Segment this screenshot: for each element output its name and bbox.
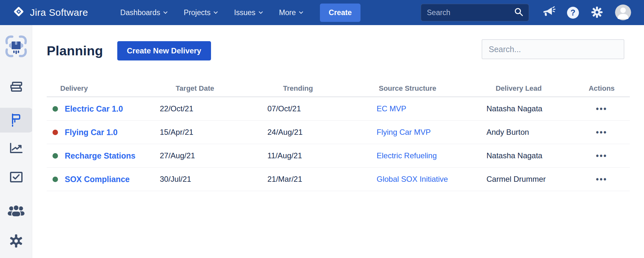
delivery-link[interactable]: Flying Car 1.0 bbox=[65, 128, 118, 137]
deliveries-table: Delivery Target Date Trending Source Str… bbox=[47, 80, 630, 191]
chevron-down-icon bbox=[299, 10, 303, 14]
menu-label: More bbox=[279, 8, 296, 17]
create-button[interactable]: Create bbox=[320, 4, 360, 22]
person-icon bbox=[615, 5, 631, 21]
delivery-lead-cell: Natasha Nagata bbox=[464, 151, 573, 160]
sidebar-item-tasks[interactable] bbox=[0, 170, 32, 185]
search-icon bbox=[514, 7, 524, 18]
delivery-link[interactable]: Electric Car 1.0 bbox=[65, 104, 123, 114]
announcements-button[interactable] bbox=[542, 6, 555, 20]
checkbox-icon bbox=[8, 170, 24, 185]
delivery-cell: Recharge Stations bbox=[47, 151, 145, 161]
table-row: Flying Car 1.0 15/Apr/21 24/Aug/21 Flyin… bbox=[47, 121, 630, 144]
trending-cell: 24/Aug/21 bbox=[245, 128, 351, 137]
menu-dashboards[interactable]: Dashboards bbox=[120, 8, 167, 17]
column-header-target-date: Target Date bbox=[145, 84, 245, 93]
target-date-cell: 30/Jul/21 bbox=[145, 175, 245, 184]
column-header-delivery: Delivery bbox=[47, 84, 145, 93]
delivery-link[interactable]: Recharge Stations bbox=[65, 151, 136, 161]
jira-brand[interactable]: Jira Software bbox=[12, 5, 88, 20]
sidebar-item-delivery-app[interactable] bbox=[0, 33, 32, 60]
settings-button[interactable] bbox=[591, 6, 603, 20]
navbar-icons: ? bbox=[542, 5, 631, 21]
delivery-cell: Flying Car 1.0 bbox=[47, 128, 145, 137]
delivery-lead-cell: Andy Burton bbox=[464, 128, 573, 137]
status-dot bbox=[53, 106, 58, 112]
menu-projects[interactable]: Projects bbox=[184, 8, 217, 17]
table-row: Recharge Stations 27/Aug/21 11/Aug/21 El… bbox=[47, 144, 630, 168]
top-navbar: Jira Software Dashboards Projects Issues… bbox=[0, 0, 644, 25]
sidebar-item-reports[interactable] bbox=[0, 140, 32, 156]
actions-cell: ••• bbox=[573, 104, 630, 114]
menu-label: Projects bbox=[184, 8, 210, 17]
sidebar-item-planning[interactable] bbox=[0, 108, 32, 133]
column-header-actions: Actions bbox=[573, 84, 630, 93]
target-date-cell: 27/Aug/21 bbox=[145, 151, 245, 160]
line-chart-icon bbox=[8, 140, 24, 157]
menu-more[interactable]: More bbox=[279, 8, 303, 17]
global-search-input[interactable] bbox=[427, 8, 514, 17]
trending-cell: 07/Oct/21 bbox=[245, 104, 351, 113]
source-structure-cell: EC MVP bbox=[351, 104, 464, 113]
delivery-cell: SOX Compliance bbox=[47, 175, 145, 184]
people-icon bbox=[7, 204, 25, 219]
column-header-source-structure: Source Structure bbox=[351, 84, 464, 93]
global-search[interactable] bbox=[421, 4, 529, 21]
sidebar-item-settings[interactable] bbox=[0, 234, 32, 249]
help-button[interactable]: ? bbox=[567, 7, 579, 19]
sidebar-item-structure[interactable] bbox=[0, 80, 32, 97]
help-icon: ? bbox=[567, 7, 579, 19]
page-title: Planning bbox=[47, 43, 103, 59]
main-content: Planning Create New Delivery Delivery Ta… bbox=[32, 25, 644, 258]
source-structure-cell: Global SOX Initiative bbox=[351, 175, 464, 184]
row-actions-button[interactable]: ••• bbox=[596, 104, 607, 114]
status-dot bbox=[53, 130, 58, 135]
trending-cell: 11/Aug/21 bbox=[245, 151, 351, 160]
gear-icon bbox=[9, 234, 24, 249]
row-actions-button[interactable]: ••• bbox=[596, 128, 607, 137]
actions-cell: ••• bbox=[573, 128, 630, 137]
menu-issues[interactable]: Issues bbox=[234, 8, 262, 17]
target-date-cell: 22/Oct/21 bbox=[145, 104, 245, 113]
stack-icon bbox=[8, 80, 24, 96]
table-row: Electric Car 1.0 22/Oct/21 07/Oct/21 EC … bbox=[47, 97, 630, 121]
gear-icon bbox=[591, 6, 603, 20]
package-logo-icon bbox=[3, 33, 30, 61]
table-filter-input[interactable] bbox=[482, 39, 624, 59]
target-date-cell: 15/Apr/21 bbox=[145, 128, 245, 137]
menu-label: Dashboards bbox=[120, 8, 160, 17]
source-structure-link[interactable]: Electric Refueling bbox=[377, 151, 437, 160]
main-menu: Dashboards Projects Issues More bbox=[120, 8, 303, 17]
chevron-down-icon bbox=[259, 10, 263, 14]
sidebar-item-teams[interactable] bbox=[0, 205, 32, 218]
delivery-lead-cell: Natasha Nagata bbox=[464, 104, 573, 113]
page-header: Planning Create New Delivery bbox=[47, 41, 211, 60]
user-avatar[interactable] bbox=[615, 5, 631, 21]
column-header-trending: Trending bbox=[245, 84, 351, 93]
menu-label: Issues bbox=[234, 8, 255, 17]
source-structure-link[interactable]: EC MVP bbox=[377, 104, 406, 113]
actions-cell: ••• bbox=[573, 175, 630, 184]
actions-cell: ••• bbox=[573, 151, 630, 161]
status-dot bbox=[53, 177, 58, 182]
flag-icon bbox=[9, 112, 24, 128]
jira-logo-icon bbox=[12, 5, 25, 20]
column-header-delivery-lead: Delivery Lead bbox=[464, 84, 573, 93]
source-structure-cell: Electric Refueling bbox=[351, 151, 464, 160]
create-new-delivery-button[interactable]: Create New Delivery bbox=[117, 41, 211, 60]
status-dot bbox=[53, 153, 58, 159]
brand-label: Jira Software bbox=[30, 7, 88, 18]
table-body: Electric Car 1.0 22/Oct/21 07/Oct/21 EC … bbox=[47, 97, 630, 191]
source-structure-link[interactable]: Global SOX Initiative bbox=[377, 175, 448, 183]
row-actions-button[interactable]: ••• bbox=[596, 151, 607, 161]
row-actions-button[interactable]: ••• bbox=[596, 175, 607, 184]
left-sidebar bbox=[0, 25, 32, 258]
delivery-lead-cell: Carmel Drummer bbox=[464, 175, 573, 184]
trending-cell: 21/Mar/21 bbox=[245, 175, 351, 184]
delivery-cell: Electric Car 1.0 bbox=[47, 104, 145, 114]
chevron-down-icon bbox=[163, 10, 168, 14]
table-header-row: Delivery Target Date Trending Source Str… bbox=[47, 80, 630, 97]
source-structure-link[interactable]: Flying Car MVP bbox=[377, 128, 431, 136]
source-structure-cell: Flying Car MVP bbox=[351, 128, 464, 137]
delivery-link[interactable]: SOX Compliance bbox=[65, 175, 130, 184]
